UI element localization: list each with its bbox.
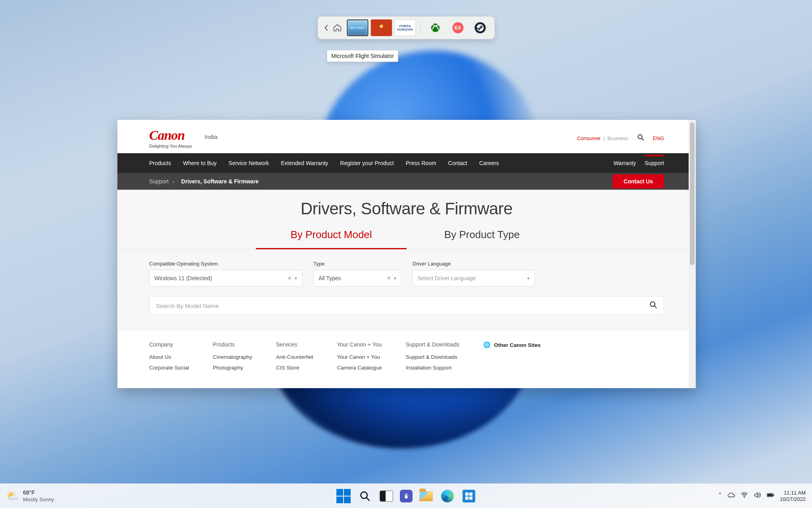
- region-label: India: [205, 133, 218, 140]
- footer-link[interactable]: Cinematography: [213, 354, 252, 360]
- footer-link[interactable]: CIS Store: [276, 365, 313, 371]
- footer-canon-you-title: Your Canon + You: [337, 341, 382, 348]
- launcher-ea[interactable]: EA: [452, 22, 463, 33]
- contact-us-button[interactable]: Contact Us: [612, 174, 664, 189]
- chevron-down-icon: ▾: [295, 276, 297, 281]
- sub-bar: Support › Drivers, Software & Firmware C…: [117, 173, 696, 190]
- start-button[interactable]: [336, 488, 351, 504]
- weather-desc: Mostly Sunny: [23, 496, 54, 503]
- svg-point-2: [651, 302, 655, 307]
- taskbar-store-button[interactable]: [461, 488, 477, 504]
- svg-rect-12: [773, 494, 774, 496]
- filter-type-value: All Types: [319, 275, 341, 281]
- audience-toggle[interactable]: Consumer | Business: [577, 135, 628, 141]
- nav-press-room[interactable]: Press Room: [406, 160, 436, 166]
- taskbar-weather[interactable]: ⛅ 68°F Mostly Sunny: [6, 489, 54, 503]
- model-search-submit-icon[interactable]: [649, 301, 657, 310]
- nav-careers[interactable]: Careers: [479, 160, 499, 166]
- svg-point-4: [361, 492, 367, 498]
- svg-point-9: [744, 497, 745, 498]
- taskbar-search-button[interactable]: [357, 488, 373, 504]
- scrollbar-thumb[interactable]: [690, 122, 695, 265]
- svg-point-6: [405, 494, 407, 496]
- nav-warranty[interactable]: Warranty: [614, 160, 636, 166]
- clock-time: 11:11 AM: [784, 490, 806, 496]
- tab-by-product-model[interactable]: By Product Model: [256, 229, 407, 249]
- scrollbar[interactable]: [689, 120, 696, 388]
- tray-overflow-button[interactable]: ˄: [718, 492, 722, 500]
- footer-link[interactable]: Photography: [213, 365, 252, 371]
- nav-contact[interactable]: Contact: [448, 160, 467, 166]
- model-search[interactable]: [149, 296, 664, 315]
- globe-icon: 🌐: [483, 341, 491, 348]
- filter-type-select[interactable]: All Types ✕ ▾: [313, 270, 401, 287]
- nav-register-product[interactable]: Register your Product: [340, 160, 394, 166]
- footer-link[interactable]: Corporate Social: [149, 365, 189, 371]
- breadcrumb-root[interactable]: Support: [149, 178, 169, 185]
- launcher-xbox[interactable]: [429, 22, 441, 34]
- filter-type-clear-icon[interactable]: ✕: [387, 275, 391, 281]
- audience-consumer[interactable]: Consumer: [577, 135, 601, 141]
- game-tile-msfs[interactable]: [347, 19, 368, 36]
- footer-company-title: Company: [149, 341, 189, 348]
- canon-logo: Canon: [149, 128, 192, 143]
- game-bar: FORZA HORIZON EA: [317, 16, 495, 39]
- footer-link[interactable]: Anti-Counterfeit: [276, 354, 313, 360]
- footer-link[interactable]: Support & Downloads: [406, 354, 459, 360]
- battery-icon[interactable]: [767, 491, 774, 500]
- game-tile-minecraft-dungeons[interactable]: [370, 19, 392, 36]
- filter-lang-placeholder: Select Driver Language: [418, 275, 476, 281]
- svg-line-3: [655, 306, 657, 308]
- filter-lang-label: Driver Language: [413, 261, 535, 267]
- model-search-input[interactable]: [156, 302, 649, 309]
- tab-by-product-type[interactable]: By Product Type: [407, 229, 557, 249]
- nav-support[interactable]: Support: [645, 160, 664, 166]
- chevron-down-icon: ▾: [394, 276, 396, 281]
- site-header: Canon Delighting You Always India Consum…: [117, 120, 696, 153]
- breadcrumb: Support › Drivers, Software & Firmware: [149, 178, 259, 185]
- chevron-right-icon: ›: [173, 179, 174, 185]
- filter-os-label: Compatible Operating System: [149, 261, 302, 267]
- page-title: Drivers, Software & Firmware: [117, 199, 696, 218]
- svg-rect-11: [768, 494, 772, 496]
- clock-date: 10/27/2022: [780, 496, 806, 502]
- taskbar-chat-button[interactable]: [400, 490, 413, 502]
- task-view-button[interactable]: [378, 488, 394, 504]
- taskbar: ⛅ 68°F Mostly Sunny ˄: [0, 483, 812, 508]
- gamebar-tooltip: Microsoft Flight Simulator: [327, 50, 398, 62]
- gamebar-back-button[interactable]: [321, 21, 331, 35]
- gamebar-home-button[interactable]: [331, 21, 343, 35]
- footer-link[interactable]: Installation Support: [406, 365, 459, 371]
- taskbar-explorer-button[interactable]: [418, 488, 434, 504]
- footer-link[interactable]: Your Canon + You: [337, 354, 382, 360]
- nav-extended-warranty[interactable]: Extended Warranty: [281, 160, 328, 166]
- volume-icon[interactable]: [754, 491, 761, 500]
- weather-temp: 68°F: [23, 489, 54, 496]
- game-tile-forza-horizon[interactable]: FORZA HORIZON: [394, 19, 416, 36]
- svg-line-5: [366, 497, 369, 500]
- filter-lang-select[interactable]: Select Driver Language ▾: [413, 270, 535, 287]
- taskbar-clock[interactable]: 11:11 AM 10/27/2022: [780, 490, 806, 502]
- weather-icon: ⛅: [6, 490, 19, 502]
- audience-business[interactable]: Business: [607, 135, 628, 141]
- nav-service-network[interactable]: Service Network: [228, 160, 269, 166]
- svg-rect-7: [405, 496, 408, 498]
- footer-link[interactable]: Camera Catalogue: [337, 365, 382, 371]
- svg-point-0: [638, 135, 642, 139]
- filter-os-clear-icon[interactable]: ✕: [288, 275, 292, 281]
- wifi-icon[interactable]: [741, 491, 748, 500]
- onedrive-icon[interactable]: [728, 491, 735, 500]
- filter-os-select[interactable]: Windows 11 (Detected) ✕ ▾: [149, 270, 302, 287]
- logo-block[interactable]: Canon Delighting You Always: [149, 128, 192, 148]
- footer-support-title: Support & Downloads: [406, 341, 459, 348]
- header-search-icon[interactable]: [637, 134, 644, 142]
- launcher-steam[interactable]: [474, 22, 486, 33]
- chevron-down-icon: ▾: [527, 276, 530, 281]
- taskbar-edge-button[interactable]: [440, 488, 455, 504]
- footer-link[interactable]: About Us: [149, 354, 189, 360]
- lang-toggle[interactable]: ENG: [653, 135, 664, 141]
- filter-os-value: Windows 11 (Detected): [154, 275, 212, 281]
- nav-where-to-buy[interactable]: Where to Buy: [183, 160, 217, 166]
- nav-products[interactable]: Products: [149, 160, 171, 166]
- footer-other-sites[interactable]: 🌐 Other Canon Sites: [483, 341, 541, 348]
